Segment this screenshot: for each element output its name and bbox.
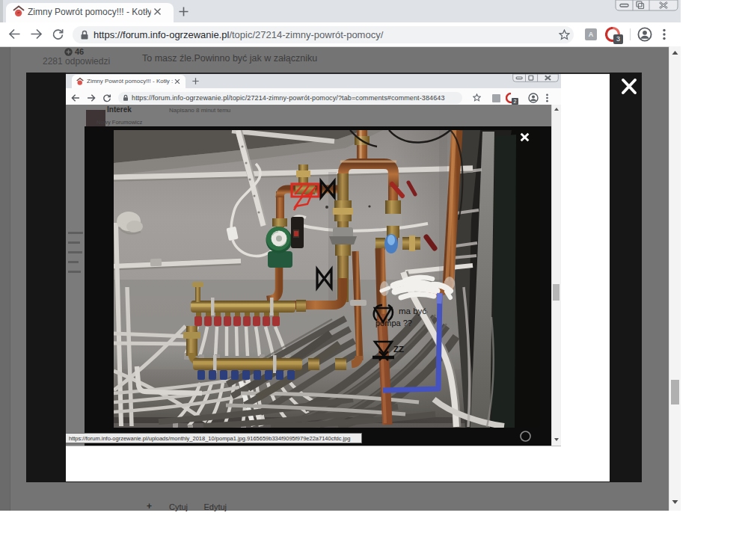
svg-text:pompa ??: pompa ??: [375, 319, 412, 327]
svg-text:ZZ: ZZ: [393, 345, 404, 354]
svg-text:ma być: ma być: [399, 307, 426, 316]
